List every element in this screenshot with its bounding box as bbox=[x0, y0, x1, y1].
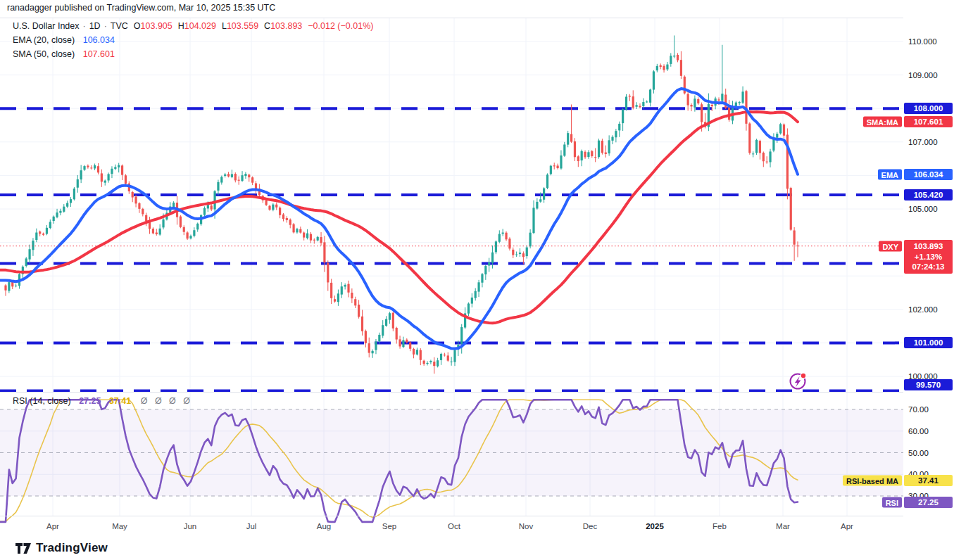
high-value: 104.029 bbox=[184, 21, 216, 31]
open-value: 103.905 bbox=[141, 21, 172, 31]
axis-tick: 105.000 bbox=[908, 205, 938, 213]
rsi-value: 27.25 bbox=[79, 396, 101, 406]
time-axis-label: Aug bbox=[317, 522, 331, 530]
close-value: 103.893 bbox=[270, 21, 302, 31]
sma-label[interactable]: SMA (50, close) bbox=[13, 49, 75, 59]
axis-tick: 50.00 bbox=[908, 449, 929, 457]
tradingview-logo-icon bbox=[15, 543, 31, 554]
low-letter: L bbox=[222, 21, 227, 31]
price-axis[interactable]: USD 110.000109.000107.000105.000102.0001… bbox=[903, 18, 954, 536]
low-value: 103.559 bbox=[227, 21, 258, 31]
rsi-hidden-values: Ø Ø Ø Ø bbox=[141, 396, 190, 406]
publish-byline: ranadagger published on TradingView.com,… bbox=[7, 3, 275, 13]
bottom-bar: TradingView bbox=[0, 536, 954, 560]
panel-divider[interactable] bbox=[0, 392, 954, 393]
time-axis[interactable]: AprMayJunJulAugSepOctNovDec2025FebMarApr bbox=[0, 516, 903, 536]
time-axis-label: Oct bbox=[448, 522, 460, 530]
time-axis-label: Nov bbox=[519, 522, 533, 530]
tradingview-logo[interactable]: TradingView bbox=[15, 541, 108, 555]
axis-tick: 107.000 bbox=[908, 138, 938, 146]
time-axis-label: Apr bbox=[46, 522, 59, 530]
exchange-label: TVC bbox=[111, 21, 128, 31]
axis-tick: 60.00 bbox=[908, 427, 929, 435]
time-axis-label: Dec bbox=[583, 522, 597, 530]
tradingview-logo-text: TradingView bbox=[36, 541, 108, 555]
symbol-title[interactable]: U.S. Dollar Index bbox=[13, 21, 79, 31]
time-axis-label: Feb bbox=[713, 522, 727, 530]
axis-tick: 109.000 bbox=[908, 71, 938, 79]
open-letter: O bbox=[134, 21, 141, 31]
rsi-label[interactable]: RSI (14, close) bbox=[13, 396, 71, 406]
time-axis-label: Mar bbox=[776, 522, 790, 530]
axis-price-badge: 37.41 bbox=[904, 475, 953, 486]
interval-label[interactable]: 1D bbox=[89, 21, 101, 31]
axis-price-badge: 27.25 bbox=[904, 497, 953, 508]
axis-price-badge: 106.034 bbox=[904, 169, 953, 180]
axis-tick: 102.000 bbox=[908, 305, 938, 314]
axis-tick: 70.00 bbox=[908, 405, 929, 414]
close-letter: C bbox=[264, 21, 270, 31]
separator: · bbox=[104, 21, 107, 31]
chart-area[interactable]: U.S. Dollar Index·1D·TVCO103.905H104.029… bbox=[0, 18, 954, 536]
axis-price-badge: 108.000 bbox=[904, 103, 953, 114]
axis-tick: 110.000 bbox=[908, 37, 937, 46]
axis-price-badge: 107.601 bbox=[904, 116, 953, 127]
sma-legend-row[interactable]: SMA (50, close) 107.601 bbox=[13, 49, 373, 61]
high-letter: H bbox=[178, 21, 184, 31]
time-axis-label: Jul bbox=[246, 522, 257, 530]
separator: · bbox=[82, 21, 85, 31]
current-price-badge: 103.893+1.13%07:24:13 bbox=[904, 240, 953, 274]
time-axis-label: Sep bbox=[382, 522, 396, 530]
rsi-ma-value: 37.41 bbox=[109, 396, 131, 406]
ema-label[interactable]: EMA (20, close) bbox=[13, 35, 75, 45]
rsi-legend-row[interactable]: RSI (14, close) 27.25 37.41 Ø Ø Ø Ø bbox=[13, 396, 190, 406]
axis-price-badge: 105.420 bbox=[904, 189, 953, 201]
time-axis-label: May bbox=[112, 522, 127, 530]
time-axis-label: Apr bbox=[841, 522, 853, 530]
time-axis-label: Jun bbox=[184, 522, 197, 530]
change-value: −0.012 (−0.01%) bbox=[308, 21, 373, 31]
chart-top-border bbox=[0, 18, 954, 18]
flash-event-icon[interactable] bbox=[791, 373, 807, 389]
axis-price-badge: 101.000 bbox=[904, 337, 953, 348]
sma-value: 107.601 bbox=[83, 49, 115, 59]
ema-legend-row[interactable]: EMA (20, close) 106.034 bbox=[13, 34, 373, 46]
ema-value: 106.034 bbox=[83, 35, 115, 45]
price-chart[interactable] bbox=[0, 18, 903, 536]
axis-price-badge: 99.570 bbox=[904, 379, 953, 390]
symbol-legend[interactable]: U.S. Dollar Index·1D·TVCO103.905H104.029… bbox=[13, 20, 373, 63]
symbol-row[interactable]: U.S. Dollar Index·1D·TVCO103.905H104.029… bbox=[13, 20, 373, 32]
time-axis-label: 2025 bbox=[646, 522, 664, 530]
